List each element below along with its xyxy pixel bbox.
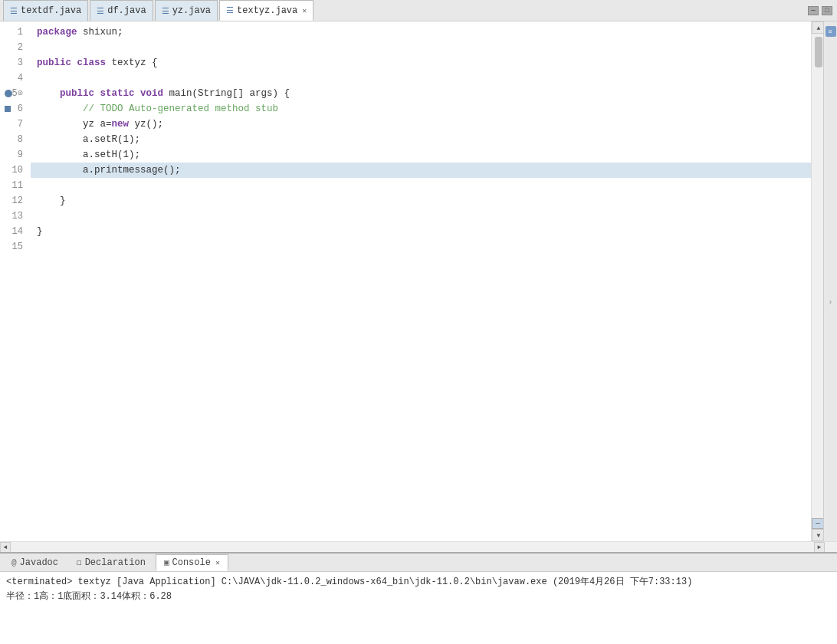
console-output: <terminated> textyz [Java Application] C… bbox=[0, 572, 837, 644]
tab-label-textyz: textyz.java bbox=[237, 5, 297, 16]
line-num-11: 11 bbox=[3, 178, 26, 193]
side-arrow: › bbox=[825, 299, 837, 307]
code-line-5: public static void main(String[] args) { bbox=[31, 86, 811, 101]
line-num-1: 1 bbox=[3, 25, 26, 40]
javadoc-label: Javadoc bbox=[20, 557, 58, 568]
line-num-15: 15 bbox=[3, 239, 26, 255]
line-num-5: 5⊙ bbox=[3, 86, 26, 101]
code-line-9: a.setH(1); bbox=[31, 147, 811, 163]
tab-bar: ☰ textdf.java ☰ df.java ☰ yz.java ☰ text… bbox=[0, 0, 837, 21]
line-num-9: 9 bbox=[3, 147, 26, 163]
tab-icon-yz: ☰ bbox=[162, 6, 169, 16]
tab-label-textdf: textdf.java bbox=[21, 5, 81, 16]
code-line-3: public class textyz { bbox=[31, 55, 811, 71]
tab-close-textyz[interactable]: ✕ bbox=[302, 6, 307, 15]
console-close[interactable]: ✕ bbox=[215, 558, 220, 567]
code-line-13 bbox=[31, 209, 811, 224]
bottom-panel: @ Javadoc ◻ Declaration ▣ Console ✕ <ter… bbox=[0, 552, 837, 644]
right-side-panel: ≡ › bbox=[823, 21, 837, 541]
line-num-2: 2 bbox=[3, 40, 26, 55]
line-num-7: 7 bbox=[3, 117, 26, 132]
line-numbers: 1 2 3 4 5⊙ 6 7 8 9 10 11 12 13 14 15 bbox=[0, 21, 31, 541]
code-line-15 bbox=[31, 239, 811, 255]
horizontal-scrollbar[interactable]: ◄ ► bbox=[0, 541, 837, 552]
tab-textyz[interactable]: ☰ textyz.java ✕ bbox=[219, 0, 313, 21]
code-line-1: package shixun; bbox=[31, 25, 811, 40]
line-num-8: 8 bbox=[3, 132, 26, 147]
scroll-down-arrow[interactable]: ▼ bbox=[812, 529, 823, 541]
scrollbar-thumb[interactable] bbox=[815, 37, 822, 67]
bottom-tab-bar: @ Javadoc ◻ Declaration ▣ Console ✕ bbox=[0, 554, 837, 572]
tab-console[interactable]: ▣ Console ✕ bbox=[156, 554, 228, 571]
side-panel-icon[interactable]: ≡ bbox=[826, 26, 836, 37]
tab-yz[interactable]: ☰ yz.java bbox=[155, 0, 218, 21]
h-scroll-left[interactable]: ◄ bbox=[0, 542, 11, 553]
tab-df[interactable]: ☰ df.java bbox=[90, 0, 153, 21]
code-line-12: } bbox=[31, 193, 811, 209]
window-controls: — □ bbox=[808, 6, 837, 15]
line-num-3: 3 bbox=[3, 55, 26, 71]
line-num-13: 13 bbox=[3, 209, 26, 224]
code-line-4 bbox=[31, 71, 811, 86]
editor-area: 1 2 3 4 5⊙ 6 7 8 9 10 11 12 13 14 15 bbox=[0, 21, 823, 541]
javadoc-icon: @ bbox=[11, 558, 17, 567]
h-scroll-track[interactable] bbox=[11, 542, 814, 552]
line-num-10: 10 bbox=[3, 163, 26, 178]
tab-icon-textdf: ☰ bbox=[10, 6, 18, 16]
tab-label-df: df.java bbox=[107, 5, 146, 16]
tab-label-yz: yz.java bbox=[172, 5, 211, 16]
code-line-2 bbox=[31, 40, 811, 55]
collapse-icon[interactable]: — bbox=[812, 518, 823, 529]
tab-icon-textyz: ☰ bbox=[226, 5, 234, 15]
declaration-label: Declaration bbox=[85, 557, 146, 568]
line-num-6: 6 bbox=[3, 101, 26, 117]
code-line-8: a.setR(1); bbox=[31, 132, 811, 147]
code-line-7: yz a=new yz(); bbox=[31, 117, 811, 132]
code-line-10: a.printmessage(); bbox=[31, 163, 811, 178]
tab-declaration[interactable]: ◻ Declaration bbox=[68, 554, 154, 571]
console-output-line: 半径：1高：1底面积：3.14体积：6.28 bbox=[6, 590, 831, 604]
console-icon: ▣ bbox=[164, 557, 169, 567]
line-num-12: 12 bbox=[3, 193, 26, 209]
code-line-6: // TODO Auto-generated method stub bbox=[31, 101, 811, 117]
tab-icon-df: ☰ bbox=[97, 6, 104, 16]
vertical-scrollbar[interactable]: ▲ — ▼ bbox=[811, 21, 823, 541]
minimize-button[interactable]: — bbox=[808, 6, 819, 15]
line-num-4: 4 bbox=[3, 71, 26, 86]
scrollbar-track[interactable] bbox=[812, 34, 823, 518]
scroll-up-arrow[interactable]: ▲ bbox=[812, 21, 823, 34]
code-line-14: } bbox=[31, 224, 811, 239]
console-terminated-line: <terminated> textyz [Java Application] C… bbox=[6, 575, 831, 590]
console-label: Console bbox=[172, 557, 211, 568]
code-line-11 bbox=[31, 178, 811, 193]
line-num-14: 14 bbox=[3, 224, 26, 239]
maximize-button[interactable]: □ bbox=[822, 6, 832, 15]
tab-javadoc[interactable]: @ Javadoc bbox=[3, 554, 67, 571]
declaration-icon: ◻ bbox=[77, 557, 82, 567]
breakpoint-dot-5 bbox=[5, 90, 12, 97]
code-content[interactable]: package shixun; public class textyz { pu… bbox=[31, 21, 811, 541]
h-scroll-right[interactable]: ► bbox=[814, 542, 825, 553]
tab-textdf[interactable]: ☰ textdf.java bbox=[3, 0, 88, 21]
